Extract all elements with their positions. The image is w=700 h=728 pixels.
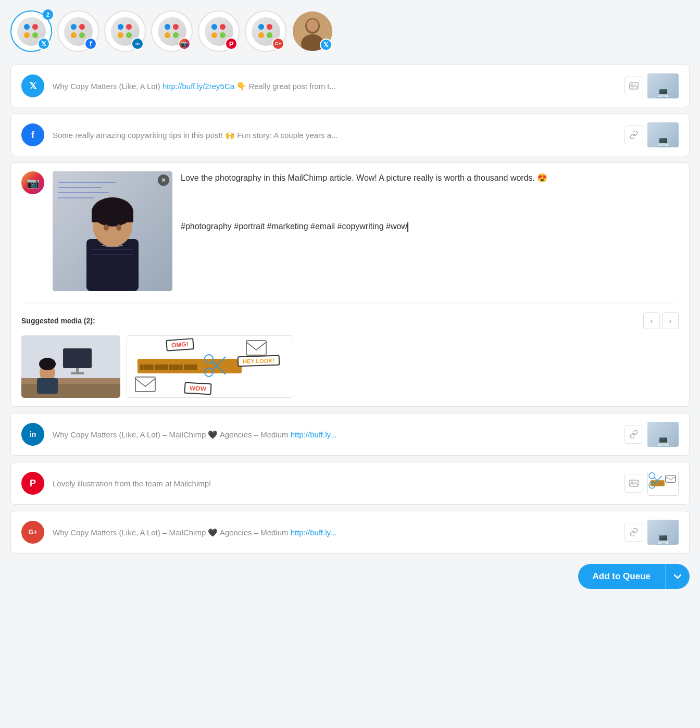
link-icon-2	[630, 430, 638, 438]
twitter-thumb: 💻	[647, 73, 679, 98]
googleplus-post-text[interactable]: Why Copy Matters (Like, A Lot) – MailChi…	[53, 527, 616, 538]
svg-rect-24	[246, 341, 266, 355]
linkedin-link[interactable]: http://buff.ly...	[291, 430, 337, 439]
envelope-icon-2	[135, 376, 156, 392]
media-next-btn[interactable]: ›	[662, 312, 679, 329]
suggested-media-header: Suggested media (2): ‹ ›	[21, 312, 679, 329]
linkedin-post-text[interactable]: Why Copy Matters (Like, A Lot) – MailChi…	[53, 429, 616, 440]
facebook-badge: f	[84, 37, 97, 50]
chevron-down-icon	[674, 574, 681, 579]
linkedin-link-btn[interactable]	[624, 425, 643, 444]
twitter-text-after: 👇 Really great post from t...	[234, 82, 336, 91]
twitter-post-actions: 💻	[624, 73, 679, 98]
svg-point-36	[631, 481, 633, 483]
ig-main-text: Love the photography in this MailChimp a…	[181, 173, 547, 182]
linkedin-post-actions: 💻	[624, 422, 679, 447]
post-linkedin: in Why Copy Matters (Like, A Lot) – Mail…	[10, 413, 690, 456]
twitter-text-before: Why Copy Matters (Like, A Lot)	[53, 82, 162, 91]
link-icon	[630, 131, 638, 139]
twitter-badge: 𝕏	[38, 37, 50, 50]
googleplus-post-actions: 💻	[624, 520, 679, 545]
linkedin-icon[interactable]: in	[21, 423, 44, 446]
account-facebook1[interactable]: f	[57, 10, 99, 52]
image-icon	[629, 82, 639, 90]
instagram-badge: 📷	[178, 37, 191, 50]
ig-content-area: ✕ Love the photography in this MailChimp…	[53, 171, 679, 291]
suggested-media-section: Suggested media (2): ‹ ›	[21, 304, 679, 398]
add-to-queue-dropdown-button[interactable]	[665, 564, 690, 589]
text-cursor	[407, 222, 408, 232]
suggested-images: ████ ████ ████ ████ OMG! WOW HEY LOOK!	[21, 335, 679, 398]
laptop-icon-3: 💻	[657, 434, 670, 447]
pinterest-badge: P	[225, 37, 238, 50]
account-pinterest1[interactable]: P	[198, 10, 240, 52]
pinterest-image-btn[interactable]	[624, 474, 643, 493]
facebook-link-btn[interactable]	[624, 125, 643, 144]
facebook-post-text[interactable]: Some really amazing copywriting tips in …	[53, 130, 616, 141]
account-instagram1[interactable]: 📷	[151, 10, 193, 52]
omg-sticker: OMG!	[166, 338, 194, 352]
suggested-label: Suggested media (2):	[21, 317, 95, 325]
bottom-actions: Add to Queue	[10, 564, 690, 589]
svg-point-3	[307, 19, 318, 32]
facebook-icon[interactable]: f	[21, 123, 44, 146]
facebook-post-actions: 💻	[624, 122, 679, 147]
googleplus-thumb: 💻	[647, 520, 679, 545]
laptop-icon: 💻	[657, 86, 670, 98]
account-twitter1[interactable]: 𝕏 2	[10, 10, 52, 52]
pinterest-post-actions	[624, 471, 679, 496]
googleplus-icon[interactable]: G+	[21, 521, 44, 544]
svg-rect-11	[92, 212, 133, 222]
laptop-icon-2: 💻	[657, 135, 670, 147]
svg-rect-43	[666, 475, 676, 483]
post-instagram: 📷	[10, 162, 690, 407]
ig-hashtags[interactable]: #photography #portrait #marketing #email…	[181, 193, 679, 233]
post-facebook: f Some really amazing copywriting tips i…	[10, 114, 690, 156]
media-prev-btn[interactable]: ‹	[643, 312, 660, 329]
count-badge: 2	[43, 9, 53, 20]
svg-rect-33	[135, 377, 155, 392]
linkedin-badge: in	[131, 37, 144, 50]
instagram-icon[interactable]: 📷	[21, 171, 44, 194]
post-pinterest: P Lovely illustration from the team at M…	[10, 462, 690, 505]
ig-text-content[interactable]: Love the photography in this MailChimp a…	[181, 171, 679, 291]
post-googleplus: G+ Why Copy Matters (Like, A Lot) – Mail…	[10, 511, 690, 554]
account-linkedin1[interactable]: in	[104, 10, 146, 52]
linkedin-thumb: 💻	[647, 422, 679, 447]
googleplus-link-btn[interactable]	[624, 523, 643, 542]
pinterest-thumb	[647, 471, 679, 496]
facebook-thumb: 💻	[647, 122, 679, 147]
svg-rect-16	[63, 348, 92, 368]
svg-point-5	[631, 84, 633, 85]
pinterest-thumb-svg	[648, 471, 678, 496]
ig-person-svg	[53, 171, 172, 291]
svg-rect-19	[21, 378, 120, 384]
suggested-img-stickers[interactable]: ████ ████ ████ ████ OMG! WOW HEY LOOK!	[127, 335, 293, 398]
pinterest-icon[interactable]: P	[21, 472, 44, 495]
hey-look-sticker: HEY LOOK!	[238, 355, 280, 367]
svg-rect-4	[630, 83, 638, 89]
twitter-image-btn[interactable]	[624, 77, 643, 95]
googleplus-text-before: Why Copy Matters (Like, A Lot) – MailChi…	[53, 528, 291, 537]
ig-close-button[interactable]: ✕	[158, 174, 169, 186]
account-profile1[interactable]: 𝕏	[292, 10, 333, 52]
add-to-queue-button[interactable]: Add to Queue	[578, 564, 665, 589]
svg-rect-18	[71, 372, 84, 374]
accounts-row: 𝕏 2 f in 📷	[10, 10, 690, 52]
account-googleplus1[interactable]: G+	[245, 10, 286, 52]
twitter-link[interactable]: http://buff.ly/2rey5Ca	[162, 82, 234, 91]
svg-point-13	[116, 224, 121, 231]
svg-text:████ ████ ████ ████: ████ ████ ████ ████	[140, 364, 197, 370]
profile-twitter-badge: 𝕏	[320, 39, 332, 51]
link-icon-3	[630, 528, 638, 536]
twitter-icon[interactable]: 𝕏	[21, 74, 44, 97]
twitter-post-text[interactable]: Why Copy Matters (Like, A Lot) http://bu…	[53, 81, 616, 92]
ig-image-container: ✕	[53, 171, 172, 291]
svg-rect-22	[37, 378, 58, 394]
suggested-img-1-svg	[21, 335, 120, 398]
laptop-icon-4: 💻	[657, 532, 670, 545]
suggested-img-1[interactable]	[21, 335, 120, 398]
pinterest-post-text[interactable]: Lovely illustration from the team at Mai…	[53, 478, 616, 489]
linkedin-text-before: Why Copy Matters (Like, A Lot) – MailChi…	[53, 430, 291, 439]
googleplus-link[interactable]: http://buff.ly...	[291, 528, 337, 537]
